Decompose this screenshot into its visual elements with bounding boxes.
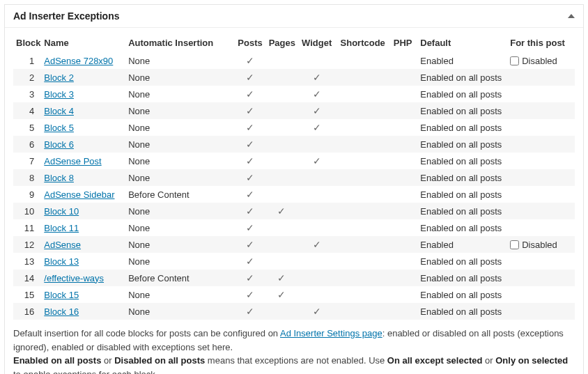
disabled-checkbox-wrap: Disabled (510, 56, 572, 66)
table-row: 15Block 15None✓✓Enabled on all posts (13, 286, 575, 303)
disabled-checkbox[interactable] (510, 240, 519, 249)
default-value: Enabled on all posts (420, 256, 502, 267)
cell-auto: None (125, 303, 234, 320)
table-row: 2Block 2None✓✓Enabled on all posts (13, 69, 575, 86)
block-name-link[interactable]: AdSense (44, 240, 81, 250)
settings-page-link[interactable]: Ad Inserter Settings page (280, 328, 382, 338)
block-number: 4 (29, 106, 34, 116)
cell-auto: None (125, 153, 234, 169)
block-name-link[interactable]: Block 11 (44, 223, 79, 233)
cell-php (389, 236, 416, 253)
cell-forthis (507, 286, 575, 303)
cell-pages (266, 69, 297, 86)
block-number: 2 (29, 72, 34, 83)
cell-widget: ✓ (297, 236, 336, 253)
block-number: 16 (24, 306, 34, 317)
check-icon: ✓ (246, 72, 254, 83)
cell-php (389, 52, 416, 69)
header-forthis: For this post (507, 33, 575, 52)
cell-php (389, 253, 416, 270)
cell-shortcode (336, 169, 389, 186)
cell-auto: None (125, 102, 234, 119)
cell-shortcode (336, 86, 389, 102)
cell-shortcode (336, 270, 389, 286)
cell-widget (297, 52, 336, 69)
cell-name: Block 8 (41, 169, 125, 186)
cell-forthis (507, 303, 575, 320)
auto-insertion-value: Before Content (128, 189, 189, 200)
cell-default: Enabled on all posts (416, 136, 507, 153)
cell-posts: ✓ (234, 303, 265, 320)
block-name-link[interactable]: Block 16 (44, 306, 79, 317)
default-value: Enabled on all posts (420, 72, 502, 83)
block-name-link[interactable]: Block 2 (44, 72, 74, 83)
check-icon: ✓ (246, 122, 254, 133)
block-name-link[interactable]: Block 5 (44, 123, 74, 133)
cell-forthis (507, 203, 575, 219)
block-name-link[interactable]: Block 6 (44, 139, 74, 150)
block-name-link[interactable]: AdSense Sidebar (44, 189, 114, 200)
default-value: Enabled on all posts (420, 156, 502, 166)
exceptions-table: Block Name Automatic Insertion Posts Pag… (13, 33, 575, 320)
cell-forthis (507, 219, 575, 236)
table-row: 16Block 16None✓✓Enabled on all posts (13, 303, 575, 320)
table-row: 12AdSenseNone✓✓EnabledDisabled (13, 236, 575, 253)
cell-shortcode (336, 102, 389, 119)
header-block: Block (13, 33, 41, 52)
block-number: 9 (29, 189, 34, 200)
disabled-checkbox[interactable] (510, 56, 519, 65)
cell-widget: ✓ (297, 86, 336, 102)
cell-default: Enabled (416, 236, 507, 253)
check-icon: ✓ (313, 72, 321, 83)
cell-pages (266, 86, 297, 102)
cell-auto: None (125, 253, 234, 270)
default-value: Enabled on all posts (420, 306, 502, 317)
footer-note: Default insertion for all code blocks fo… (13, 327, 575, 374)
header-auto: Automatic Insertion (125, 33, 234, 52)
block-name-link[interactable]: /effective-ways (44, 273, 104, 283)
cell-widget: ✓ (297, 303, 336, 320)
cell-shortcode (336, 286, 389, 303)
cell-block: 6 (13, 136, 41, 153)
block-number: 15 (24, 290, 34, 300)
cell-widget: ✓ (297, 153, 336, 169)
table-row: 1AdSense 728x90None✓EnabledDisabled (13, 52, 575, 69)
block-number: 8 (29, 173, 34, 183)
cell-widget: ✓ (297, 69, 336, 86)
cell-name: Block 4 (41, 102, 125, 119)
block-name-link[interactable]: Block 10 (44, 206, 79, 217)
block-name-link[interactable]: Block 13 (44, 256, 79, 267)
cell-block: 13 (13, 253, 41, 270)
cell-auto: None (125, 86, 234, 102)
cell-block: 11 (13, 219, 41, 236)
cell-forthis (507, 153, 575, 169)
block-name-link[interactable]: AdSense 728x90 (44, 56, 113, 66)
header-shortcode: Shortcode (336, 33, 389, 52)
block-name-link[interactable]: Block 4 (44, 106, 74, 116)
cell-forthis (507, 253, 575, 270)
footer-text: or (482, 355, 495, 366)
block-number: 10 (24, 206, 34, 217)
collapse-icon[interactable] (568, 14, 575, 18)
panel-header[interactable]: Ad Inserter Exceptions (5, 5, 583, 28)
block-name-link[interactable]: Block 8 (44, 173, 74, 183)
table-row: 5Block 5None✓✓Enabled on all posts (13, 119, 575, 136)
auto-insertion-value: None (128, 223, 150, 233)
cell-php (389, 286, 416, 303)
block-name-link[interactable]: AdSense Post (44, 156, 101, 166)
block-name-link[interactable]: Block 15 (44, 290, 79, 300)
auto-insertion-value: None (128, 156, 150, 166)
auto-insertion-value: Before Content (128, 273, 189, 283)
auto-insertion-value: None (128, 290, 150, 300)
cell-auto: None (125, 136, 234, 153)
cell-forthis (507, 69, 575, 86)
cell-auto: None (125, 52, 234, 69)
cell-pages: ✓ (266, 270, 297, 286)
default-value: Enabled on all posts (420, 89, 502, 100)
cell-name: /effective-ways (41, 270, 125, 286)
cell-auto: None (125, 203, 234, 219)
footer-text: means that exceptions are not enabled. U… (205, 355, 387, 366)
cell-shortcode (336, 69, 389, 86)
block-name-link[interactable]: Block 3 (44, 89, 74, 100)
cell-block: 8 (13, 169, 41, 186)
